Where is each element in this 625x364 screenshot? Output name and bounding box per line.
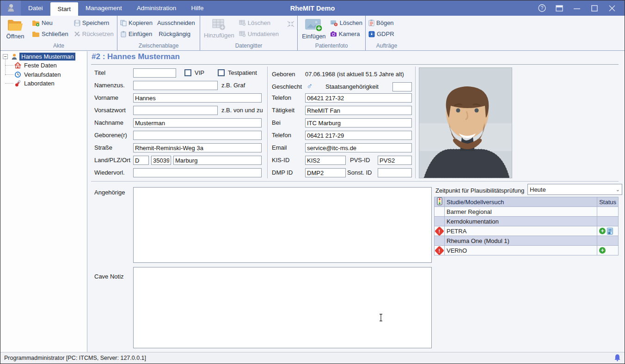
testpatient-checkbox[interactable] xyxy=(218,69,225,76)
maximize-button[interactable] xyxy=(588,2,601,14)
group-label-akte: Akte xyxy=(3,42,114,50)
undo-button[interactable]: Rückgängig xyxy=(159,30,190,38)
status-column-header[interactable]: Status xyxy=(597,197,619,207)
clock-icon xyxy=(14,71,21,78)
forms-button[interactable]: Bögen xyxy=(368,19,394,27)
cut-button[interactable]: Ausschneiden xyxy=(157,19,195,27)
ort-input[interactable] xyxy=(173,156,262,165)
cave-textarea[interactable] xyxy=(133,267,432,348)
dmp-id-input[interactable] xyxy=(305,168,346,177)
table-row-petra[interactable]: ! PETRA + xyxy=(435,226,619,236)
ribbon-group-zwischenablage: Kopieren Ausschneiden Einfügen xyxy=(117,16,200,50)
study-table-header: Studie/Modellversuch Status xyxy=(435,197,619,207)
land-input[interactable] xyxy=(133,156,149,165)
vip-checkbox[interactable] xyxy=(184,69,191,76)
plausibility-label: Zeitpunkt für Plausibilitätsprüfung xyxy=(435,186,524,195)
title-divider xyxy=(91,64,619,65)
tab-management[interactable]: Management xyxy=(78,0,129,16)
close-button[interactable] xyxy=(605,2,619,14)
status-bar: Programmadministrator [PC: ITCMS, Server… xyxy=(0,352,625,364)
add-record-icon[interactable]: + xyxy=(599,247,606,254)
strasse-input[interactable] xyxy=(133,143,262,152)
pvs-id-input[interactable] xyxy=(378,156,412,165)
photo-insert-button[interactable]: Einfügen xyxy=(300,17,327,41)
table-row-barmer[interactable]: Barmer Regional xyxy=(435,207,619,217)
save-button[interactable]: Speichern xyxy=(74,19,114,27)
notification-bell-icon[interactable] xyxy=(614,354,621,363)
minimize-button[interactable] xyxy=(570,2,584,14)
document-icon[interactable] xyxy=(607,228,613,235)
tree-node-verlaufsdaten[interactable]: Verlaufsdaten xyxy=(0,70,87,79)
thermometer-icon xyxy=(14,80,21,87)
tab-administration[interactable]: Administration xyxy=(129,0,184,16)
tree-collapse-icon[interactable] xyxy=(3,54,8,59)
photo-delete-button[interactable]: Löschen xyxy=(330,19,362,27)
open-button[interactable]: Öffnen xyxy=(3,17,27,41)
plz-input[interactable] xyxy=(151,156,171,165)
vorname-input[interactable] xyxy=(133,93,262,103)
ribbon-group-datengitter: Hinzufügen Löschen xyxy=(200,16,297,50)
strasse-label: Straße xyxy=(94,143,112,152)
gdpr-icon xyxy=(368,31,375,37)
warning-icon: ! xyxy=(435,245,444,255)
study-column-header[interactable]: Studie/Modellversuch xyxy=(445,197,597,207)
grid-add-button[interactable]: Hinzufügen xyxy=(203,17,235,40)
tree-node-labordaten[interactable]: Labordaten xyxy=(0,79,87,88)
table-row-kerndokumentation[interactable]: Kerndokumentation xyxy=(435,217,619,226)
titel-input[interactable] xyxy=(133,68,176,78)
grid-redate-button[interactable]: Umdatieren xyxy=(239,30,279,38)
bei-input[interactable] xyxy=(305,118,412,127)
namenszusatz-input[interactable] xyxy=(133,81,218,90)
vorsatzwort-input[interactable] xyxy=(133,106,218,115)
patient-tree-panel: Hannes Musterman Feste Daten Verlaufsdat… xyxy=(0,51,87,352)
plausibility-dropdown[interactable]: Heute ⌄ xyxy=(527,184,622,195)
app-logo-icon xyxy=(6,3,16,13)
wiedervorlage-input[interactable] xyxy=(133,168,262,177)
grid-collapse-icon[interactable] xyxy=(287,21,294,29)
geboren-value: 07.06.1968 (ist aktuell 51.5 Jahre alt) xyxy=(305,70,404,79)
geborene-input[interactable] xyxy=(133,131,262,140)
chevron-down-icon: ⌄ xyxy=(616,187,620,193)
telefon2-input[interactable] xyxy=(305,131,412,140)
page-title: #2 : Hannes Musterman xyxy=(92,52,180,61)
reset-button[interactable]: Rücksetzen xyxy=(74,30,114,38)
dmp-id-label: DMP ID xyxy=(272,168,293,177)
tab-hilfe[interactable]: Hilfe xyxy=(184,0,211,16)
tree-node-feste-daten[interactable]: Feste Daten xyxy=(0,61,87,70)
nachname-input[interactable] xyxy=(133,118,262,127)
namenszusatz-label: Namenzus. xyxy=(94,81,125,90)
namenszusatz-hint: z.B. Graf xyxy=(221,81,245,90)
grid-delete-button[interactable]: Löschen xyxy=(239,19,279,27)
folder-close-icon xyxy=(32,31,40,37)
kis-id-input[interactable] xyxy=(305,156,346,165)
study-table: Studie/Modellversuch Status Barmer Regio… xyxy=(434,197,619,255)
angehoerige-textarea[interactable] xyxy=(133,187,432,263)
close-file-button[interactable]: Schließen xyxy=(32,30,68,38)
email-input[interactable] xyxy=(305,143,412,152)
gdpr-button[interactable]: GDPR xyxy=(368,30,394,38)
sonst-id-input[interactable] xyxy=(378,168,412,177)
app-icon[interactable] xyxy=(0,0,21,16)
grid-add-icon xyxy=(211,18,227,31)
group-label-datengitter: Datengitter xyxy=(203,42,294,50)
ribbon-toggle-icon[interactable] xyxy=(552,2,566,14)
help-icon[interactable]: ? xyxy=(535,2,549,14)
new-button[interactable]: Neu xyxy=(32,19,68,27)
group-label-zwischenablage: Zwischenablage xyxy=(120,42,197,50)
taetigkeit-input[interactable] xyxy=(305,106,412,115)
tab-datei[interactable]: Datei xyxy=(21,0,50,16)
staatsangehoerigkeit-input[interactable] xyxy=(392,82,412,91)
tree-node-patient[interactable]: Hannes Musterman xyxy=(0,52,87,61)
add-record-icon[interactable]: + xyxy=(599,228,606,234)
telefon1-input[interactable] xyxy=(305,93,412,103)
table-row-rheuma-one[interactable]: Rheuma One (Modul 1) xyxy=(435,236,619,246)
camera-button[interactable]: Kamera xyxy=(330,30,362,38)
ribbon-group-patientenfoto: Einfügen Löschen xyxy=(297,16,365,50)
photo-insert-icon xyxy=(304,18,324,32)
table-row-verho[interactable]: ! VERhO + xyxy=(435,246,619,255)
folder-open-icon xyxy=(7,18,24,32)
copy-button[interactable]: Kopieren xyxy=(120,19,153,27)
tab-start[interactable]: Start xyxy=(50,2,79,16)
paste-icon xyxy=(120,31,127,37)
paste-button[interactable]: Einfügen xyxy=(120,30,152,38)
